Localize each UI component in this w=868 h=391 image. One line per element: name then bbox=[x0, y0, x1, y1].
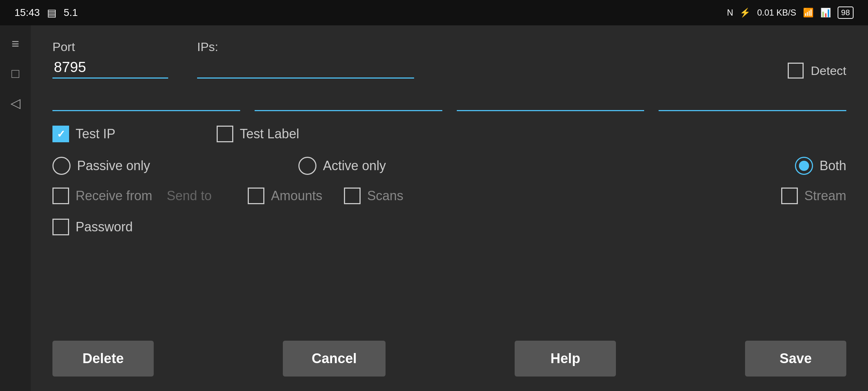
passive-only-label: Passive only bbox=[77, 158, 150, 173]
receive-from-item[interactable]: Receive from bbox=[52, 188, 152, 204]
notification-icon: ▤ bbox=[47, 7, 56, 19]
cancel-button[interactable]: Cancel bbox=[283, 341, 386, 377]
amounts-checkbox[interactable] bbox=[248, 188, 264, 204]
status-bar: 15:43 ▤ 5.1 N ⚡ 0.01 KB/S 📶 📊 98 bbox=[0, 0, 868, 25]
password-row: Password bbox=[52, 219, 846, 235]
test-label-checkbox[interactable] bbox=[217, 126, 233, 142]
amounts-item[interactable]: Amounts bbox=[248, 188, 322, 204]
form-content: Port IPs: Detect Test IP bbox=[31, 25, 868, 391]
ips-input[interactable] bbox=[197, 57, 414, 79]
delete-button[interactable]: Delete bbox=[52, 341, 154, 377]
stream-checkbox[interactable] bbox=[781, 188, 798, 204]
both-label: Both bbox=[820, 158, 846, 173]
wifi-icon: 📶 bbox=[803, 8, 814, 18]
extra-input-3[interactable] bbox=[457, 93, 644, 111]
test-label-checkbox-item[interactable]: Test Label bbox=[217, 126, 299, 142]
ips-field-group: IPs: bbox=[197, 40, 766, 79]
test-ip-checkbox-item[interactable]: Test IP bbox=[52, 126, 115, 142]
both-radio-item[interactable]: Both bbox=[795, 157, 846, 175]
port-input[interactable] bbox=[52, 57, 168, 79]
receive-from-checkbox[interactable] bbox=[52, 188, 69, 204]
test-ip-label: Test IP bbox=[76, 126, 115, 142]
active-only-radio-item[interactable]: Active only bbox=[298, 157, 515, 175]
port-field-group: Port bbox=[52, 40, 168, 79]
stream-item[interactable]: Stream bbox=[781, 188, 846, 204]
extra-input-4[interactable] bbox=[659, 93, 846, 111]
back-icon[interactable]: ◁ bbox=[10, 96, 21, 111]
extra-input-1[interactable] bbox=[52, 93, 240, 111]
test-label-label: Test Label bbox=[240, 126, 299, 142]
stop-icon[interactable]: □ bbox=[12, 66, 20, 81]
checkboxes-row: Test IP Test Label bbox=[52, 126, 846, 142]
password-label: Password bbox=[76, 219, 133, 235]
data-speed: 0.01 KB/S bbox=[757, 8, 796, 18]
passive-only-radio[interactable] bbox=[52, 157, 71, 175]
both-radio[interactable] bbox=[795, 157, 813, 175]
port-label: Port bbox=[52, 40, 168, 54]
bluetooth-icon: ⚡ bbox=[740, 8, 750, 18]
scans-item[interactable]: Scans bbox=[344, 188, 403, 204]
extra-input-2[interactable] bbox=[255, 93, 442, 111]
sim-indicator: 5.1 bbox=[64, 7, 78, 18]
test-ip-checkbox[interactable] bbox=[52, 126, 69, 142]
passive-only-radio-item[interactable]: Passive only bbox=[52, 157, 226, 175]
receive-from-label: Receive from bbox=[76, 188, 152, 203]
active-only-label: Active only bbox=[323, 158, 386, 173]
active-only-radio[interactable] bbox=[298, 157, 316, 175]
detect-label: Detect bbox=[811, 64, 846, 78]
save-button[interactable]: Save bbox=[745, 341, 846, 377]
nfc-icon: N bbox=[727, 8, 733, 18]
scans-label: Scans bbox=[367, 188, 403, 203]
radio-row: Passive only Active only Both bbox=[52, 157, 846, 175]
scans-checkbox[interactable] bbox=[344, 188, 361, 204]
time-display: 15:43 bbox=[14, 7, 40, 18]
top-row: Port IPs: Detect bbox=[52, 40, 846, 79]
ips-label: IPs: bbox=[197, 40, 766, 54]
password-checkbox[interactable] bbox=[52, 219, 69, 235]
sidebar: ≡ □ ◁ bbox=[0, 25, 31, 391]
menu-icon[interactable]: ≡ bbox=[12, 36, 19, 51]
options-row: Receive from Send to Amounts Scans Strea… bbox=[52, 188, 846, 204]
help-button[interactable]: Help bbox=[515, 341, 616, 377]
signal-icon: 📊 bbox=[820, 8, 831, 18]
detect-group[interactable]: Detect bbox=[788, 63, 846, 79]
amounts-label: Amounts bbox=[271, 188, 322, 203]
send-to-item[interactable]: Send to bbox=[167, 188, 212, 203]
inputs-row bbox=[52, 93, 846, 111]
battery-indicator: 98 bbox=[838, 7, 854, 19]
buttons-row: Delete Cancel Help Save bbox=[52, 333, 846, 377]
detect-checkbox[interactable] bbox=[788, 63, 804, 79]
send-to-label: Send to bbox=[167, 188, 212, 203]
stream-label: Stream bbox=[804, 188, 846, 203]
main-area: ≡ □ ◁ Port IPs: Detect bbox=[0, 25, 868, 391]
